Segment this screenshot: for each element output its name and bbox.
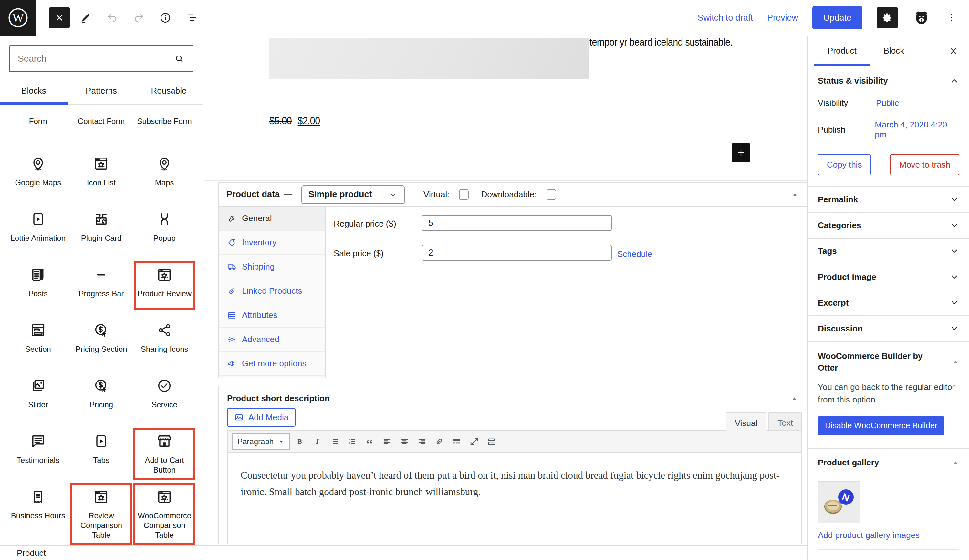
search-icon[interactable] <box>174 53 185 64</box>
block-item-icon-list[interactable]: Icon List <box>72 150 130 206</box>
block-item-woocommerce-comparison-table[interactable]: WooCommerce Comparison Table <box>133 483 195 539</box>
product-data-tab-general[interactable]: General <box>219 206 325 231</box>
virtual-checkbox[interactable] <box>459 189 469 200</box>
block-item-slider[interactable]: Slider <box>9 372 68 428</box>
edit-pencil-icon[interactable] <box>76 7 96 28</box>
block-item-progress-bar[interactable]: Progress Bar <box>72 261 130 317</box>
collapse-triangle-icon[interactable] <box>952 459 959 466</box>
add-gallery-images-link[interactable]: Add product gallery images <box>818 530 919 540</box>
product-image-placeholder[interactable] <box>270 38 589 79</box>
align-center-icon[interactable] <box>397 434 412 449</box>
visibility-value-link[interactable]: Public <box>876 98 899 108</box>
schedule-link[interactable]: Schedule <box>617 249 652 259</box>
product-data-tab-shipping[interactable]: Shipping <box>219 255 325 279</box>
block-item-form[interactable]: Form <box>9 116 68 150</box>
collapse-triangle-icon[interactable] <box>790 395 798 402</box>
tab-product[interactable]: Product <box>814 36 870 65</box>
user-avatar-bear-icon[interactable] <box>912 8 931 27</box>
canvas-paragraph[interactable]: tempor yr beard iceland sustainable. <box>589 36 738 49</box>
collapse-triangle-icon[interactable] <box>791 191 799 198</box>
more-tag-icon[interactable] <box>449 434 464 449</box>
block-item-review-comparison-table[interactable]: Review Comparison Table <box>70 483 132 539</box>
block-item-pricing[interactable]: Pricing <box>72 372 130 428</box>
align-left-icon[interactable] <box>380 434 395 449</box>
chevron-up-icon[interactable] <box>950 76 959 86</box>
breadcrumb[interactable]: Product <box>17 548 46 558</box>
preview-link[interactable]: Preview <box>767 13 798 23</box>
sidebar-section-categories[interactable]: Categories <box>808 213 969 239</box>
product-data-tab-inventory[interactable]: Inventory <box>219 231 325 255</box>
close-sidebar-icon[interactable] <box>946 43 961 59</box>
add-block-button[interactable] <box>732 143 750 162</box>
bold-icon[interactable]: B <box>292 434 307 449</box>
block-item-maps[interactable]: Maps <box>135 150 194 206</box>
product-price[interactable]: $5.00 $2.00 <box>270 115 320 127</box>
tab-block[interactable]: Block <box>870 36 918 65</box>
library-tab-blocks[interactable]: Blocks <box>0 80 68 104</box>
block-item-popup[interactable]: Popup <box>135 206 194 261</box>
block-item-plugin-card[interactable]: Plugin Card <box>72 206 130 261</box>
copy-this-button[interactable]: Copy this <box>818 154 871 175</box>
tab-label: Shipping <box>242 262 275 272</box>
block-item-lottie-animation[interactable]: Lottie Animation <box>7 206 69 261</box>
regular-price-input[interactable] <box>422 215 612 231</box>
block-item-service[interactable]: Service <box>135 372 194 428</box>
block-item-posts[interactable]: Posts <box>9 261 68 317</box>
block-item-tabs[interactable]: Tabs <box>72 428 130 483</box>
text-tab[interactable]: Text <box>768 412 802 432</box>
block-item-contact-form[interactable]: Contact Form <box>72 116 130 150</box>
sidebar-section-tags[interactable]: Tags <box>808 239 969 264</box>
block-item-sharing-icons[interactable]: Sharing Icons <box>135 317 194 372</box>
wordpress-logo-icon[interactable]: W <box>0 0 36 36</box>
block-item-testimonials[interactable]: Testimonials <box>9 428 68 483</box>
sidebar-section-excerpt[interactable]: Excerpt <box>808 290 969 316</box>
fullscreen-icon[interactable] <box>467 434 481 449</box>
italic-icon[interactable]: I <box>310 434 325 449</box>
sale-price-input[interactable] <box>422 245 612 261</box>
collapse-triangle-icon[interactable] <box>952 358 959 366</box>
publish-date-link[interactable]: March 4, 2020 4:20 pm <box>875 120 959 140</box>
block-item-product-review[interactable]: Product Review <box>134 261 195 317</box>
product-type-select[interactable]: Simple product <box>301 185 405 204</box>
product-data-tab-advanced[interactable]: Advanced <box>219 327 325 352</box>
product-data-panel: Product data — Simple product Virtual: D… <box>218 182 807 378</box>
paragraph-select[interactable]: Paragraph <box>232 434 290 450</box>
visual-tab[interactable]: Visual <box>726 412 766 433</box>
sidebar-section-product-image[interactable]: Product image <box>808 264 969 290</box>
product-data-tab-linked-products[interactable]: Linked Products <box>219 279 325 303</box>
block-item-section[interactable]: Section <box>9 317 68 372</box>
block-item-pricing-section[interactable]: Pricing Section <box>72 317 130 372</box>
link-icon[interactable] <box>432 434 447 449</box>
move-to-trash-button[interactable]: Move to trash <box>890 154 959 175</box>
list-view-icon[interactable] <box>181 7 202 28</box>
undo-icon[interactable] <box>102 7 123 28</box>
align-right-icon[interactable] <box>415 434 429 449</box>
downloadable-checkbox[interactable] <box>546 189 556 200</box>
sidebar-section-permalink[interactable]: Permalink <box>808 187 969 213</box>
product-data-tab-get-more-options[interactable]: Get more options <box>219 352 325 376</box>
list-ul-icon[interactable] <box>327 434 342 449</box>
search-input[interactable] <box>18 53 174 64</box>
product-data-tab-attributes[interactable]: Attributes <box>219 303 325 327</box>
settings-gear-icon[interactable] <box>877 7 898 28</box>
list-ol-icon[interactable]: 123 <box>345 434 360 449</box>
block-item-subscribe-form[interactable]: Subscribe Form <box>135 116 194 150</box>
library-tab-patterns[interactable]: Patterns <box>68 80 135 104</box>
disable-woocommerce-builder-button[interactable]: Disable WooCommerce Builder <box>818 416 944 435</box>
add-media-button[interactable]: Add Media <box>227 408 296 427</box>
short-description-content[interactable]: Consectetur you probably haven’t heard o… <box>228 454 801 543</box>
redo-icon[interactable] <box>128 7 149 28</box>
gallery-thumbnail[interactable]: N <box>818 481 860 523</box>
block-item-google-maps[interactable]: Google Maps <box>9 150 68 206</box>
toolbar-toggle-icon[interactable] <box>484 434 499 449</box>
library-tab-reusable[interactable]: Reusable <box>135 80 203 104</box>
block-inserter-close-button[interactable] <box>49 7 70 28</box>
switch-to-draft-link[interactable]: Switch to draft <box>698 13 753 23</box>
block-item-business-hours[interactable]: Business Hours <box>8 483 68 539</box>
update-button[interactable]: Update <box>812 6 862 29</box>
quote-icon[interactable] <box>362 434 377 449</box>
options-kebab-icon[interactable] <box>945 7 958 28</box>
sidebar-section-discussion[interactable]: Discussion <box>808 316 969 342</box>
info-icon[interactable] <box>155 7 176 28</box>
block-item-add-to-cart-button[interactable]: Add to Cart Button <box>133 428 195 483</box>
